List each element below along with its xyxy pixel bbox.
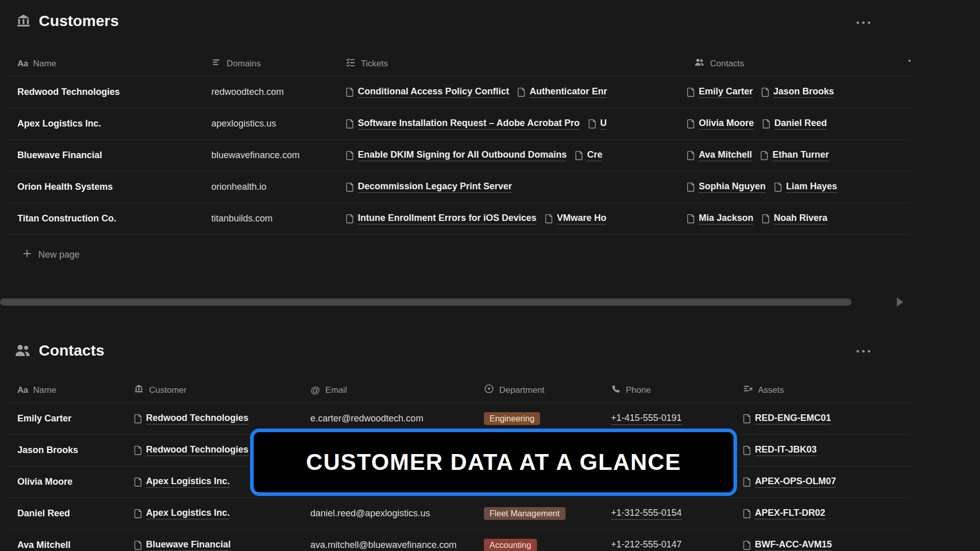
customer-domain[interactable]: redwoodtech.com	[211, 87, 346, 97]
ticket-link[interactable]: Intune Enrollment Errors for iOS Devices	[346, 213, 536, 224]
contacts-more-menu[interactable]	[856, 350, 870, 353]
customer-name[interactable]: Bluewave Financial	[17, 150, 211, 161]
customer-domain[interactable]: titanbuilds.com	[211, 213, 346, 224]
asset-link[interactable]: BWF-ACC-AVM15	[743, 539, 832, 551]
customer-link[interactable]: Apex Logistics Inc.	[134, 508, 230, 519]
contact-link[interactable]: Noah Rivera	[762, 213, 827, 224]
table-row[interactable]: Ava Mitchell Bluewave Financial ava.mitc…	[7, 530, 911, 551]
asset-link[interactable]: APEX-FLT-DR02	[743, 508, 825, 519]
customer-tickets: Conditional Access Policy Conflict Authe…	[346, 86, 687, 98]
customer-link[interactable]: Apex Logistics Inc.	[134, 476, 230, 488]
page-icon	[346, 182, 354, 192]
customer-contacts: Emily Carter Jason Brooks	[687, 86, 911, 98]
contact-link[interactable]: Jason Brooks	[761, 86, 834, 98]
page-icon	[743, 540, 751, 550]
customers-more-menu[interactable]	[856, 21, 870, 24]
table-row[interactable]: Bluewave Financial bluewavefinance.com E…	[7, 140, 911, 171]
banner-text: CUSTOMER DATA AT A GLANCE	[306, 449, 681, 475]
department-badge[interactable]: Fleet Management	[484, 507, 566, 520]
customer-domain[interactable]: orionhealth.io	[211, 182, 346, 192]
customer-name[interactable]: Titan Construction Co.	[17, 213, 211, 224]
asset-link[interactable]: RED-IT-JBK03	[743, 444, 817, 456]
contact-name[interactable]: Daniel Reed	[17, 508, 134, 519]
customers-col-contacts[interactable]: Contacts	[687, 57, 911, 70]
table-row[interactable]: Apex Logistics Inc. apexlogistics.us Sof…	[7, 108, 911, 140]
page-icon	[134, 540, 142, 550]
contact-email[interactable]: daniel.reed@apexlogistics.us	[310, 508, 484, 519]
customer-tickets: Intune Enrollment Errors for iOS Devices…	[346, 213, 687, 224]
contacts-col-customer[interactable]: Customer	[134, 384, 310, 396]
customers-section-title: Customers	[15, 12, 119, 30]
page-icon	[687, 151, 695, 160]
page-icon	[346, 87, 354, 97]
department-badge[interactable]: Engineering	[484, 412, 540, 425]
page-icon	[762, 119, 771, 129]
asset-link[interactable]: RED-ENG-EMC01	[743, 413, 831, 424]
customer-name[interactable]: Redwood Technologies	[17, 87, 211, 97]
customer-domain[interactable]: bluewavefinance.com	[211, 150, 346, 161]
page-icon	[687, 182, 695, 192]
ticket-link[interactable]: Decommission Legacy Print Server	[346, 181, 512, 193]
ticket-link[interactable]: VMware Ho	[545, 213, 606, 224]
contacts-col-department[interactable]: Department	[484, 384, 611, 396]
contact-link[interactable]: Ethan Turner	[760, 149, 829, 161]
page-icon	[545, 214, 553, 223]
page-icon	[743, 477, 751, 487]
page-icon	[774, 182, 782, 192]
ticket-link[interactable]: Cre	[575, 149, 602, 161]
page-icon	[687, 214, 695, 223]
contact-link[interactable]: Olivia Moore	[687, 118, 754, 130]
contact-phone[interactable]: +1-415-555-0191	[611, 413, 743, 425]
page-icon	[346, 119, 354, 129]
page-icon	[762, 214, 770, 223]
contact-link[interactable]: Ava Mitchell	[687, 149, 752, 161]
department-badge[interactable]: Accounting	[484, 539, 537, 551]
contact-phone[interactable]: +1-312-555-0154	[611, 508, 743, 520]
ticket-link[interactable]: Enable DKIM Signing for All Outbound Dom…	[346, 149, 567, 161]
ticket-link[interactable]: Authenticator Enr	[517, 86, 607, 98]
table-row[interactable]: Daniel Reed Apex Logistics Inc. daniel.r…	[7, 498, 911, 530]
table-row[interactable]: Redwood Technologies redwoodtech.com Con…	[7, 77, 911, 108]
contact-email[interactable]: e.carter@redwoodtech.com	[310, 413, 484, 424]
customer-name[interactable]: Apex Logistics Inc.	[17, 118, 211, 129]
table-row[interactable]: Orion Health Systems orionhealth.io Deco…	[7, 171, 911, 203]
ticket-link[interactable]: Software Installation Request – Adobe Ac…	[346, 118, 580, 130]
customer-link[interactable]: Redwood Technologies	[134, 413, 249, 424]
contact-name[interactable]: Emily Carter	[17, 413, 134, 424]
contact-link[interactable]: Liam Hayes	[774, 181, 837, 193]
table-row[interactable]: Titan Construction Co. titanbuilds.com I…	[7, 203, 911, 235]
customers-col-tickets[interactable]: Tickets	[346, 57, 687, 70]
scroll-right-arrow-icon[interactable]	[897, 297, 903, 307]
contacts-col-phone[interactable]: Phone	[611, 384, 743, 396]
contacts-col-assets[interactable]: Assets	[743, 384, 911, 396]
page-icon	[134, 414, 142, 423]
customer-name[interactable]: Orion Health Systems	[17, 182, 211, 192]
select-icon	[484, 384, 494, 396]
contacts-col-name[interactable]: Aa Name	[17, 385, 134, 395]
contact-name[interactable]: Olivia Moore	[17, 477, 134, 487]
contact-link[interactable]: Mia Jackson	[687, 213, 753, 224]
horizontal-scrollbar[interactable]	[0, 298, 851, 306]
contact-link[interactable]: Emily Carter	[687, 86, 753, 98]
customer-link[interactable]: Bluewave Financial	[134, 539, 231, 551]
new-page-button[interactable]: New page	[7, 242, 919, 267]
customer-contacts: Olivia Moore Daniel Reed	[687, 118, 911, 130]
customers-col-domains[interactable]: Domains	[211, 57, 346, 70]
page-icon	[134, 477, 142, 487]
text-icon: Aa	[17, 59, 28, 69]
customer-link[interactable]: Redwood Technologies	[134, 444, 249, 456]
contact-link[interactable]: Daniel Reed	[762, 118, 827, 130]
contact-name[interactable]: Ava Mitchell	[17, 540, 134, 550]
ticket-link[interactable]: Conditional Access Policy Conflict	[346, 86, 509, 98]
ticket-link[interactable]: U	[588, 118, 607, 130]
contact-email[interactable]: ava.mitchell@bluewavefinance.com	[310, 540, 484, 550]
contacts-col-email[interactable]: @ Email	[310, 385, 484, 396]
customers-col-name[interactable]: Aa Name	[17, 59, 211, 69]
checklist-icon	[346, 57, 356, 70]
asset-link[interactable]: APEX-OPS-OLM07	[743, 476, 836, 488]
customer-domain[interactable]: apexlogistics.us	[211, 118, 346, 129]
contact-phone[interactable]: +1-212-555-0147	[611, 539, 743, 551]
contact-name[interactable]: Jason Brooks	[17, 445, 134, 456]
people-icon	[13, 343, 32, 358]
contact-link[interactable]: Sophia Nguyen	[687, 181, 766, 193]
